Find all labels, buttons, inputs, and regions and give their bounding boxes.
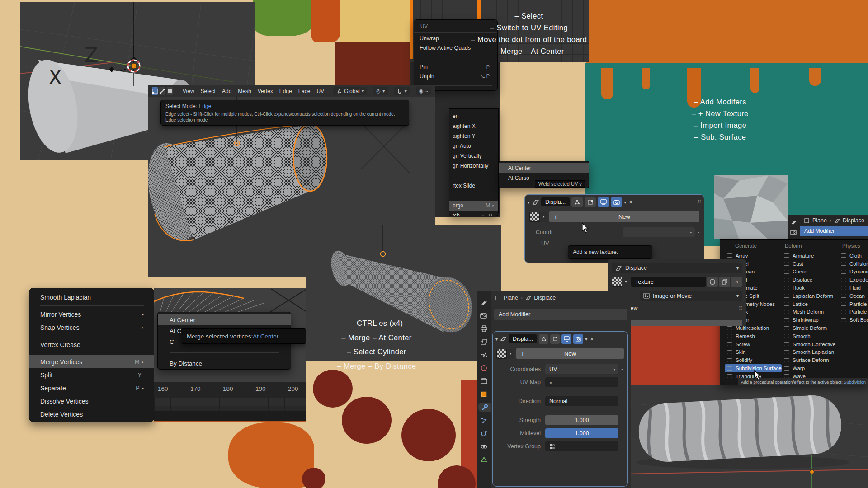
modifier-menu-item[interactable]: Particle Instance — [839, 300, 868, 308]
viewport-menu[interactable]: UV — [313, 88, 327, 94]
breadcrumb-object[interactable]: Plane — [504, 295, 518, 301]
transform-orientation-dropdown[interactable]: Global ▾ — [333, 87, 367, 95]
tool-icon[interactable] — [790, 219, 797, 225]
coordinates-dropdown[interactable] — [623, 227, 695, 237]
modifier-menu-item[interactable]: Simple Deform — [782, 324, 839, 332]
modifier-menu-item[interactable]: Cast — [782, 260, 839, 268]
uv-menu-item[interactable]: rtex Slide — [449, 181, 498, 191]
texture-type-icon[interactable] — [496, 349, 507, 359]
timeline[interactable]: 160170180190200 — [154, 382, 306, 421]
modifier-menu-item[interactable]: Solidify — [725, 356, 782, 364]
modifier-menu-item[interactable]: Laplacian Deform — [782, 292, 839, 300]
vertex-menu-item[interactable]: Mirror Vertices ▸ — [29, 308, 154, 321]
modifier-menu-item[interactable]: Cloth — [839, 252, 868, 260]
new-texture-button[interactable]: + New — [549, 211, 699, 222]
object-icon[interactable] — [477, 389, 491, 399]
render-display-toggle[interactable] — [573, 334, 583, 344]
uv-menu-item[interactable]: erge M ▸ — [449, 201, 498, 211]
close-icon[interactable]: × — [590, 335, 594, 343]
uv-menu-item[interactable]: aighten X — [449, 121, 498, 131]
close-icon[interactable]: × — [629, 198, 632, 206]
texture-type-icon[interactable] — [529, 212, 540, 222]
uv-menu-item[interactable]: Unpin ⌥ P — [414, 71, 497, 81]
uv-menu-item[interactable]: aighten Y — [449, 131, 498, 141]
modifier-menu-item[interactable]: Soft Body — [839, 316, 868, 324]
render-icon[interactable] — [790, 229, 797, 236]
texture-browse-chevron[interactable]: ▾ — [623, 277, 629, 287]
viewport-menu[interactable]: Select — [198, 88, 219, 94]
texture-browse-chevron[interactable]: ▾ — [508, 349, 514, 359]
extras-chevron[interactable]: ▾ — [585, 337, 587, 342]
collapse-chevron[interactable]: ▾ — [528, 200, 530, 205]
timeline-track[interactable] — [154, 406, 306, 411]
vertex-menu-item[interactable] — [29, 334, 154, 338]
viewport-displaced-result[interactable] — [622, 385, 868, 488]
realtime-display-toggle[interactable] — [561, 334, 571, 344]
strength-slider[interactable]: 1.000 — [545, 415, 618, 425]
viewport-menu[interactable]: Edge — [276, 88, 295, 94]
add-modifier-button-active[interactable]: Add Modifier — [800, 226, 868, 236]
render-display-toggle[interactable] — [611, 197, 622, 207]
viewport-menu[interactable]: Add — [219, 88, 235, 94]
coordinates-dropdown[interactable]: UV — [545, 364, 618, 374]
realtime-display-toggle[interactable] — [598, 197, 609, 207]
uv-menu-item[interactable] — [449, 171, 498, 181]
collapse-chevron[interactable]: ▾ — [495, 337, 498, 342]
edit-mode-toggle-icon[interactable] — [539, 334, 548, 344]
uv-menu-item[interactable]: gn Horizontally — [449, 161, 498, 171]
close-icon[interactable]: × — [731, 277, 742, 287]
uv-menu-item[interactable]: en — [449, 111, 498, 121]
vertex-menu-item[interactable]: Split Y — [29, 368, 154, 381]
vertex-menu-item[interactable]: Smooth Laplacian — [29, 291, 154, 304]
modifier-menu-item[interactable]: Smooth Laplacian — [782, 348, 839, 357]
modifier-menu-item[interactable]: Array — [725, 252, 782, 260]
breadcrumb-modifier[interactable]: Displace — [534, 295, 556, 301]
modifiers-icon[interactable] — [478, 403, 491, 412]
modifier-menu-item[interactable]: Displace — [782, 276, 839, 284]
viewport-menu[interactable]: Face — [295, 88, 314, 94]
texture-icon[interactable] — [612, 277, 622, 287]
merge-submenu-item[interactable] — [158, 347, 291, 358]
modifier-menu-item[interactable]: Collision — [839, 260, 868, 268]
vertex-menu-item[interactable]: Vertex Crease — [29, 338, 154, 351]
texture-name-field[interactable]: Texture — [631, 277, 706, 287]
modifier-menu-item[interactable]: Mesh Deform — [782, 308, 839, 316]
object-data-icon[interactable] — [477, 455, 491, 464]
modifier-name[interactable]: Displa... — [509, 334, 537, 343]
pivot-point-dropdown[interactable]: ◎▾ — [373, 87, 388, 95]
modifier-menu-item[interactable]: Screw — [725, 340, 782, 348]
scene-icon[interactable] — [477, 350, 491, 359]
on-cage-toggle-icon[interactable] — [550, 334, 560, 344]
modifier-menu-item[interactable]: Warp — [782, 364, 839, 372]
type-dropdown[interactable]: Image or Movie ▾ — [640, 291, 742, 301]
view-layer-icon[interactable] — [477, 337, 491, 346]
texture-browse-chevron[interactable]: ▾ — [541, 212, 547, 222]
modifier-menu-item[interactable]: Curve — [782, 268, 839, 276]
vertex-menu-item[interactable]: Dissolve Vertices — [29, 394, 154, 408]
direction-field[interactable]: Normal — [545, 396, 618, 406]
render-icon[interactable] — [477, 311, 491, 320]
viewport-menu[interactable]: Mesh — [235, 88, 254, 94]
modifier-menu-item[interactable]: Ocean — [839, 292, 868, 300]
modifier-menu-item[interactable]: Skin — [725, 348, 782, 357]
modifier-menu-item[interactable]: Remesh — [725, 332, 782, 340]
world-icon[interactable] — [477, 363, 491, 372]
uv-map-field[interactable]: ● — [545, 377, 618, 387]
proportional-editing-controls[interactable]: ◉~ — [416, 87, 431, 95]
face-select-mode-button[interactable] — [167, 87, 173, 95]
modifier-menu-item[interactable]: Subdivision Surface — [725, 364, 782, 372]
modifier-name[interactable]: Displa... — [541, 197, 570, 206]
vertex-group-field[interactable] — [545, 441, 618, 451]
submenu-item[interactable]: At Center — [499, 163, 589, 173]
texture-slot-dropdown[interactable]: Displace ▾ — [612, 263, 742, 273]
vertex-menu-item[interactable]: Snap Vertices ▸ — [29, 321, 154, 334]
constraints-icon[interactable] — [477, 442, 491, 451]
vertex-menu-item[interactable] — [29, 351, 154, 355]
on-cage-toggle-icon[interactable] — [585, 197, 596, 207]
physics-icon[interactable] — [477, 429, 491, 438]
breadcrumb-object[interactable]: Plane — [812, 217, 827, 224]
uv-menu-item[interactable] — [449, 191, 498, 201]
vertex-menu-item[interactable] — [29, 304, 154, 308]
modifier-menu-item[interactable]: Explode — [839, 276, 868, 284]
merge-submenu-item[interactable]: At Center — [158, 314, 291, 325]
